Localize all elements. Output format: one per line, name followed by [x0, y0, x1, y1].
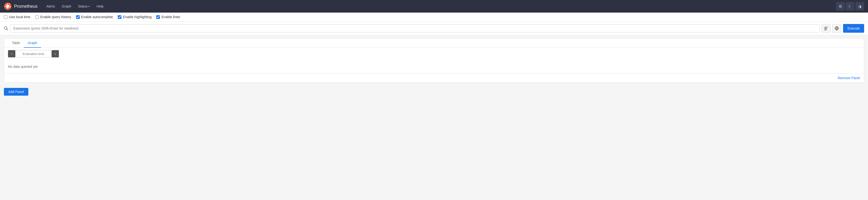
eval-time-bar: ‹ ›: [4, 48, 864, 60]
use-local-time-label: Use local time: [9, 15, 30, 19]
options-bar: Use local time Enable query history Enab…: [0, 12, 868, 22]
enable-autocomplete-label: Enable autocomplete: [81, 15, 113, 19]
svg-rect-13: [825, 28, 827, 28]
nav-alerts[interactable]: Alerts: [43, 3, 58, 10]
theme-contrast-button[interactable]: ◑: [856, 2, 864, 11]
eval-time-input[interactable]: [15, 50, 52, 57]
chevron-down-icon: ▾: [88, 5, 90, 8]
svg-rect-3: [7, 8, 8, 9]
tab-table[interactable]: Table: [8, 38, 24, 48]
query-input[interactable]: [10, 24, 820, 32]
execute-button[interactable]: Execute: [843, 24, 864, 33]
settings-button[interactable]: ⚙: [836, 2, 845, 11]
enable-highlighting-option[interactable]: Enable highlighting: [118, 15, 151, 19]
navbar-nav: Alerts Graph Status ▾ Help: [43, 3, 836, 10]
query-bar: Execute: [0, 22, 868, 35]
tab-graph[interactable]: Graph: [24, 38, 41, 48]
enable-highlighting-checkbox[interactable]: [118, 15, 121, 19]
format-query-button[interactable]: [822, 24, 831, 33]
svg-point-17: [836, 28, 837, 29]
prometheus-logo: [4, 2, 12, 10]
nav-graph[interactable]: Graph: [59, 3, 74, 10]
enable-linter-option[interactable]: Enable linter: [156, 15, 180, 19]
add-panel-section: Add Panel: [0, 86, 868, 98]
nav-help[interactable]: Help: [94, 3, 106, 10]
use-local-time-checkbox[interactable]: [4, 15, 7, 19]
use-local-time-option[interactable]: Use local time: [4, 15, 30, 19]
svg-rect-4: [5, 6, 6, 6]
panel-footer: Remove Panel: [4, 73, 864, 82]
panel-tabs: Table Graph: [4, 38, 864, 48]
nav-status[interactable]: Status ▾: [75, 3, 93, 10]
svg-rect-15: [825, 30, 826, 30]
svg-rect-14: [825, 29, 827, 29]
enable-query-history-label: Enable query history: [40, 15, 71, 19]
enable-autocomplete-checkbox[interactable]: [76, 15, 80, 19]
metrics-explorer-button[interactable]: [832, 24, 841, 33]
search-icon: [4, 26, 8, 31]
enable-autocomplete-option[interactable]: Enable autocomplete: [76, 15, 113, 19]
svg-rect-5: [9, 6, 11, 6]
app-title: Prometheus: [14, 4, 37, 9]
add-panel-button[interactable]: Add Panel: [4, 88, 28, 96]
enable-query-history-checkbox[interactable]: [35, 15, 39, 19]
svg-rect-12: [825, 27, 828, 27]
panel: Table Graph ‹ › No data queried yet Remo…: [4, 38, 864, 82]
navbar-icons: ⚙ ☾ ◑: [836, 2, 864, 11]
theme-moon-button[interactable]: ☾: [846, 2, 855, 11]
navbar: Prometheus Alerts Graph Status ▾ Help ⚙ …: [0, 0, 868, 12]
eval-time-prev-button[interactable]: ‹: [8, 50, 15, 57]
svg-rect-2: [7, 3, 8, 5]
svg-line-11: [7, 29, 8, 30]
enable-query-history-option[interactable]: Enable query history: [35, 15, 71, 19]
eval-time-next-button[interactable]: ›: [52, 50, 59, 57]
no-data-message: No data queried yet: [4, 60, 864, 73]
enable-highlighting-label: Enable highlighting: [123, 15, 151, 19]
remove-panel-link[interactable]: Remove Panel: [838, 76, 860, 80]
navbar-brand: Prometheus: [4, 2, 37, 10]
enable-linter-checkbox[interactable]: [156, 15, 160, 19]
enable-linter-label: Enable linter: [161, 15, 180, 19]
